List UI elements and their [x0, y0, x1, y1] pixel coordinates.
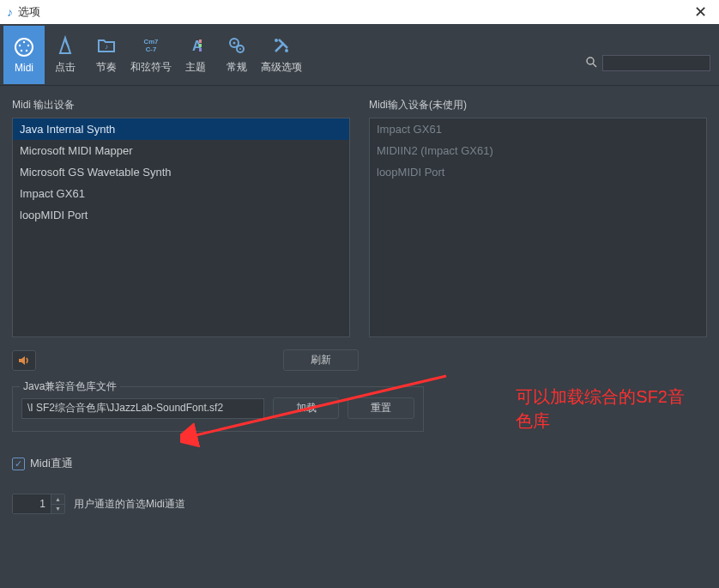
tab-chord-symbols[interactable]: Cm7C-7 和弦符号: [127, 26, 175, 84]
svg-point-2: [19, 44, 21, 45]
close-button[interactable]: ✕: [689, 3, 712, 21]
channel-label: 用户通道的首选Midi通道: [74, 497, 185, 512]
tab-label: 高级选项: [261, 60, 302, 75]
tab-theme[interactable]: A 主题: [175, 26, 216, 84]
svg-point-3: [27, 44, 29, 45]
list-item[interactable]: Microsoft MIDI Mapper: [13, 140, 349, 161]
svg-point-18: [275, 39, 278, 42]
tab-label: 常规: [227, 60, 247, 75]
tab-label: 主题: [185, 60, 206, 75]
list-item: Impact GX61: [370, 118, 706, 140]
search-input[interactable]: [602, 55, 710, 71]
tab-advanced[interactable]: 高级选项: [257, 26, 305, 84]
search-icon: [585, 56, 597, 71]
svg-rect-13: [199, 48, 202, 52]
midi-in-label: Midi输入设备(未使用): [369, 98, 707, 112]
midi-thru-label: Midi直通: [30, 456, 73, 471]
svg-text:Cm7: Cm7: [144, 38, 159, 45]
svg-point-1: [23, 40, 25, 42]
test-audio-button[interactable]: [12, 350, 36, 371]
midi-icon: [13, 36, 35, 58]
list-item: loopMIDI Port: [370, 161, 706, 183]
tab-general[interactable]: 常规: [216, 26, 257, 84]
midi-thru-checkbox[interactable]: ✓: [12, 458, 25, 470]
list-item[interactable]: Microsoft GS Wavetable Synth: [13, 161, 349, 183]
tab-click[interactable]: 点击: [45, 26, 86, 84]
list-item: MIDIIN2 (Impact GX61): [370, 140, 706, 161]
svg-point-15: [233, 42, 236, 45]
tab-label: 节奏: [96, 60, 117, 75]
reset-button[interactable]: 重置: [347, 397, 414, 419]
tab-rhythm[interactable]: ♪ 节奏: [86, 26, 127, 84]
window-title: 选项: [18, 4, 40, 20]
tab-label: 点击: [55, 60, 76, 75]
soundbank-path-input[interactable]: [21, 398, 264, 419]
chord-icon: Cm7C-7: [140, 34, 162, 57]
svg-text:C-7: C-7: [146, 45, 157, 53]
app-icon: ♪: [7, 5, 13, 19]
load-button[interactable]: 加载: [273, 397, 340, 419]
theme-icon: A: [184, 34, 207, 57]
tab-midi[interactable]: Midi: [3, 26, 45, 84]
midi-in-listbox: Impact GX61 MIDIIN2 (Impact GX61) loopMI…: [369, 118, 707, 337]
svg-rect-11: [199, 39, 202, 43]
tools-icon: [270, 34, 293, 57]
titlebar: ♪ 选项 ✕: [0, 0, 719, 24]
list-item[interactable]: loopMIDI Port: [13, 204, 349, 226]
list-item[interactable]: Impact GX61: [13, 183, 349, 204]
soundbank-label: Java兼容音色库文件: [20, 379, 120, 394]
spinner-up[interactable]: ▲: [51, 494, 64, 505]
list-item[interactable]: Java Internal Synth: [13, 118, 349, 140]
svg-point-17: [239, 48, 241, 50]
svg-point-4: [21, 49, 22, 51]
tab-label: 和弦符号: [130, 60, 172, 75]
gear-icon: [226, 34, 248, 57]
spinner-down[interactable]: ▼: [51, 505, 64, 514]
svg-point-5: [26, 49, 27, 51]
svg-text:♪: ♪: [105, 43, 108, 51]
refresh-button[interactable]: 刷新: [283, 349, 359, 371]
metronome-icon: [54, 34, 76, 57]
channel-value[interactable]: 1: [13, 494, 51, 513]
soundbank-fieldset: Java兼容音色库文件 加载 重置: [12, 386, 424, 432]
svg-point-19: [285, 49, 288, 52]
midi-out-listbox[interactable]: Java Internal Synth Microsoft MIDI Mappe…: [12, 118, 350, 337]
svg-line-21: [593, 64, 596, 67]
folder-icon: ♪: [95, 34, 118, 57]
midi-out-label: Midi 输出设备: [12, 98, 350, 112]
svg-rect-12: [199, 44, 202, 47]
tab-label: Midi: [15, 62, 33, 74]
svg-point-20: [587, 58, 594, 64]
toolbar: Midi 点击 ♪ 节奏 Cm7C-7 和弦符号 A 主题 常规 高级选项: [0, 24, 719, 86]
channel-spinner[interactable]: 1 ▲ ▼: [12, 494, 65, 514]
